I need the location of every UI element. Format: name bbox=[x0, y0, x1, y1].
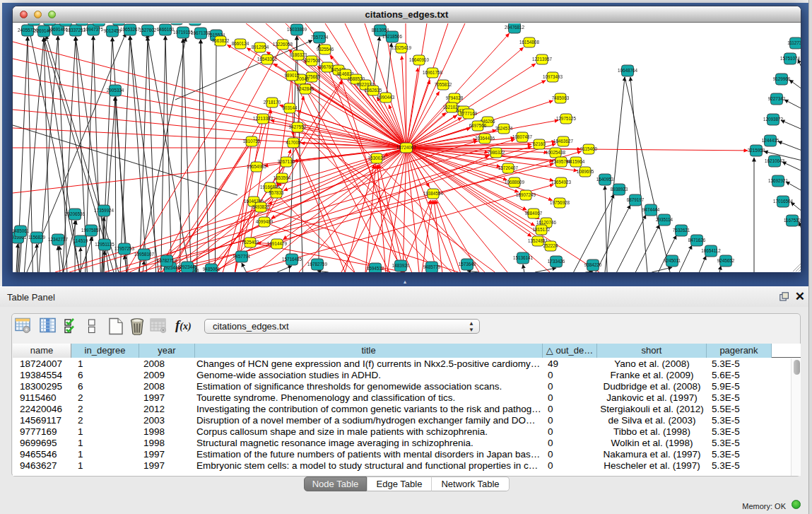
svg-text:7663822: 7663822 bbox=[212, 38, 230, 43]
svg-text:9245011: 9245011 bbox=[664, 258, 681, 263]
svg-text:10807487: 10807487 bbox=[512, 134, 533, 139]
svg-text:6879197: 6879197 bbox=[627, 197, 645, 202]
svg-text:10688609: 10688609 bbox=[505, 180, 525, 185]
svg-text:18724007: 18724007 bbox=[396, 145, 417, 150]
svg-text:1733426: 1733426 bbox=[548, 259, 565, 264]
svg-text:15720407: 15720407 bbox=[498, 165, 519, 170]
svg-text:3267130: 3267130 bbox=[278, 159, 295, 164]
svg-text:9115460: 9115460 bbox=[580, 146, 598, 151]
svg-text:19975857: 19975857 bbox=[81, 228, 102, 233]
svg-text:1362635: 1362635 bbox=[365, 88, 382, 93]
svg-text:19384554: 19384554 bbox=[423, 191, 444, 196]
svg-text:9327508: 9327508 bbox=[303, 58, 321, 63]
svg-text:3493822: 3493822 bbox=[252, 204, 270, 209]
svg-text:9884067: 9884067 bbox=[525, 211, 543, 216]
svg-text:16640910: 16640910 bbox=[409, 57, 430, 62]
svg-text:1112733: 1112733 bbox=[787, 40, 801, 45]
svg-text:8186323: 8186323 bbox=[290, 52, 307, 57]
svg-text:13325419: 13325419 bbox=[392, 45, 412, 50]
svg-text:1156829: 1156829 bbox=[28, 235, 46, 240]
svg-text:16543362: 16543362 bbox=[257, 57, 278, 62]
svg-text:13692921: 13692921 bbox=[768, 178, 789, 183]
svg-text:12213383: 12213383 bbox=[253, 116, 273, 121]
svg-text:10653267: 10653267 bbox=[120, 27, 141, 32]
svg-text:16961758: 16961758 bbox=[423, 70, 443, 75]
svg-text:8938923: 8938923 bbox=[611, 187, 628, 192]
svg-text:16154808: 16154808 bbox=[519, 40, 540, 45]
svg-text:8471626: 8471626 bbox=[688, 238, 706, 243]
svg-text:10973493: 10973493 bbox=[543, 74, 563, 79]
svg-text:10654112: 10654112 bbox=[701, 248, 721, 253]
svg-text:62160: 62160 bbox=[533, 141, 546, 146]
svg-text:15136141: 15136141 bbox=[513, 255, 534, 260]
svg-text:8660124: 8660124 bbox=[232, 41, 249, 46]
svg-text:19218506: 19218506 bbox=[382, 34, 403, 39]
svg-text:4415964: 4415964 bbox=[567, 159, 585, 164]
svg-text:2935114: 2935114 bbox=[656, 217, 673, 222]
svg-text:252224: 252224 bbox=[543, 243, 558, 248]
svg-text:1244415: 1244415 bbox=[762, 138, 779, 143]
svg-text:9384220: 9384220 bbox=[584, 262, 602, 267]
svg-text:10958107: 10958107 bbox=[134, 252, 155, 257]
svg-text:18907249: 18907249 bbox=[516, 192, 536, 197]
svg-text:9227342: 9227342 bbox=[768, 96, 786, 101]
svg-text:15751074: 15751074 bbox=[780, 56, 801, 61]
svg-text:114519: 114519 bbox=[73, 238, 88, 243]
svg-text:1810755: 1810755 bbox=[243, 139, 261, 144]
svg-text:12213957: 12213957 bbox=[532, 57, 553, 62]
svg-text:13654923: 13654923 bbox=[551, 180, 572, 185]
svg-text:1353594: 1353594 bbox=[273, 175, 291, 180]
svg-text:7986322: 7986322 bbox=[488, 150, 505, 155]
svg-text:9777169: 9777169 bbox=[460, 111, 478, 116]
svg-text:9485061: 9485061 bbox=[203, 267, 220, 271]
svg-text:3624574: 3624574 bbox=[495, 126, 513, 131]
svg-text:13226058: 13226058 bbox=[273, 42, 293, 47]
svg-text:6497566: 6497566 bbox=[469, 123, 487, 128]
svg-text:1815172: 1815172 bbox=[533, 227, 551, 232]
svg-text:7632621: 7632621 bbox=[673, 228, 690, 233]
svg-text:417005: 417005 bbox=[286, 140, 301, 145]
svg-text:9325546: 9325546 bbox=[317, 47, 334, 52]
svg-text:7485063: 7485063 bbox=[552, 95, 570, 100]
svg-text:16782759: 16782759 bbox=[307, 262, 328, 267]
svg-text:10025438: 10025438 bbox=[546, 150, 566, 155]
svg-text:8594512: 8594512 bbox=[367, 266, 384, 271]
svg-text:9474444: 9474444 bbox=[642, 207, 660, 212]
svg-text:19756928: 19756928 bbox=[550, 200, 570, 205]
svg-text:2905334: 2905334 bbox=[107, 88, 124, 93]
svg-text:12951135: 12951135 bbox=[95, 242, 114, 247]
svg-text:16033809: 16033809 bbox=[287, 27, 307, 32]
svg-text:8912954: 8912954 bbox=[252, 45, 269, 49]
svg-text:7357274: 7357274 bbox=[311, 35, 329, 40]
svg-text:18463627: 18463627 bbox=[553, 139, 574, 144]
svg-text:16914479: 16914479 bbox=[267, 241, 288, 246]
svg-text:9012459: 9012459 bbox=[104, 28, 122, 33]
svg-text:6466160: 6466160 bbox=[157, 27, 175, 32]
svg-text:803144: 803144 bbox=[282, 105, 298, 110]
svg-text:9485779: 9485779 bbox=[423, 264, 441, 269]
svg-text:12923446: 12923446 bbox=[177, 264, 198, 269]
svg-text:10947375: 10947375 bbox=[83, 27, 104, 32]
svg-text:7055812: 7055812 bbox=[435, 82, 452, 87]
svg-text:8990443: 8990443 bbox=[377, 95, 395, 100]
svg-text:557833: 557833 bbox=[269, 190, 284, 195]
svg-text:16120746: 16120746 bbox=[536, 220, 557, 225]
svg-text:9129966: 9129966 bbox=[773, 76, 791, 81]
svg-text:17359924: 17359924 bbox=[94, 208, 114, 213]
svg-text:1483920: 1483920 bbox=[392, 263, 410, 268]
svg-text:9242845: 9242845 bbox=[297, 86, 314, 91]
svg-text:7625402: 7625402 bbox=[242, 240, 259, 245]
svg-text:19654985: 19654985 bbox=[247, 164, 267, 169]
svg-text:12975125: 12975125 bbox=[556, 116, 577, 121]
svg-text:1167533: 1167533 bbox=[784, 218, 801, 223]
svg-text:1573648: 1573648 bbox=[459, 262, 476, 267]
svg-text:1089695: 1089695 bbox=[577, 169, 594, 174]
svg-text:989015: 989015 bbox=[284, 73, 300, 78]
svg-text:17957253: 17957253 bbox=[114, 246, 135, 251]
svg-text:9457791: 9457791 bbox=[233, 254, 251, 259]
svg-text:1527602: 1527602 bbox=[139, 28, 157, 33]
svg-text:20476812: 20476812 bbox=[505, 25, 525, 30]
svg-text:12342737: 12342737 bbox=[48, 237, 69, 242]
svg-text:17016504: 17016504 bbox=[773, 199, 794, 204]
svg-text:16782759: 16782759 bbox=[157, 258, 177, 263]
